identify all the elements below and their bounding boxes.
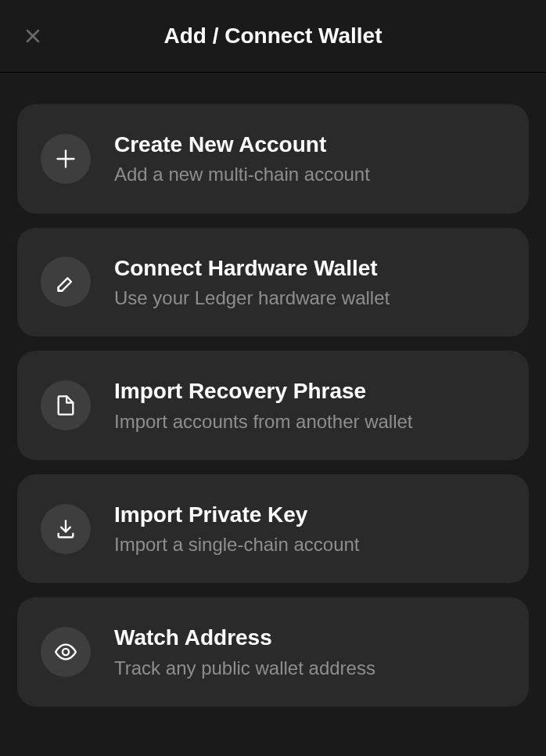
plus-icon xyxy=(55,148,77,170)
option-title: Import Private Key xyxy=(114,501,360,529)
icon-circle xyxy=(41,134,91,184)
icon-circle xyxy=(41,257,91,307)
option-text: Import Recovery Phrase Import accounts f… xyxy=(114,377,413,434)
options-list: Create New Account Add a new multi-chain… xyxy=(0,73,546,724)
close-button[interactable] xyxy=(22,25,44,47)
option-title: Connect Hardware Wallet xyxy=(114,254,390,283)
option-title: Import Recovery Phrase xyxy=(114,377,413,405)
option-subtitle: Add a new multi-chain account xyxy=(114,162,370,186)
option-subtitle: Import accounts from another wallet xyxy=(114,409,413,434)
close-icon xyxy=(23,27,42,45)
option-text: Connect Hardware Wallet Use your Ledger … xyxy=(114,254,390,311)
option-text: Create New Account Add a new multi-chain… xyxy=(114,131,370,187)
option-title: Watch Address xyxy=(114,624,375,652)
option-text: Import Private Key Import a single-chain… xyxy=(114,501,360,557)
ledger-icon xyxy=(55,271,77,293)
option-subtitle: Track any public wallet address xyxy=(114,656,375,680)
icon-circle xyxy=(41,380,91,430)
download-icon xyxy=(55,518,77,540)
option-title: Create New Account xyxy=(114,131,370,159)
option-subtitle: Import a single-chain account xyxy=(114,532,360,556)
option-subtitle: Use your Ledger hardware wallet xyxy=(114,286,390,310)
icon-circle xyxy=(41,627,91,677)
icon-circle xyxy=(41,504,91,554)
option-import-recovery-phrase[interactable]: Import Recovery Phrase Import accounts f… xyxy=(17,351,529,460)
option-connect-hardware-wallet[interactable]: Connect Hardware Wallet Use your Ledger … xyxy=(17,228,529,337)
option-import-private-key[interactable]: Import Private Key Import a single-chain… xyxy=(17,474,529,584)
file-icon xyxy=(55,394,77,416)
header: Add / Connect Wallet xyxy=(0,0,546,73)
page-title: Add / Connect Wallet xyxy=(22,23,524,49)
option-text: Watch Address Track any public wallet ad… xyxy=(114,624,375,680)
option-watch-address[interactable]: Watch Address Track any public wallet ad… xyxy=(17,597,529,707)
option-create-new-account[interactable]: Create New Account Add a new multi-chain… xyxy=(17,104,529,214)
svg-point-4 xyxy=(63,649,69,655)
eye-icon xyxy=(55,641,77,663)
